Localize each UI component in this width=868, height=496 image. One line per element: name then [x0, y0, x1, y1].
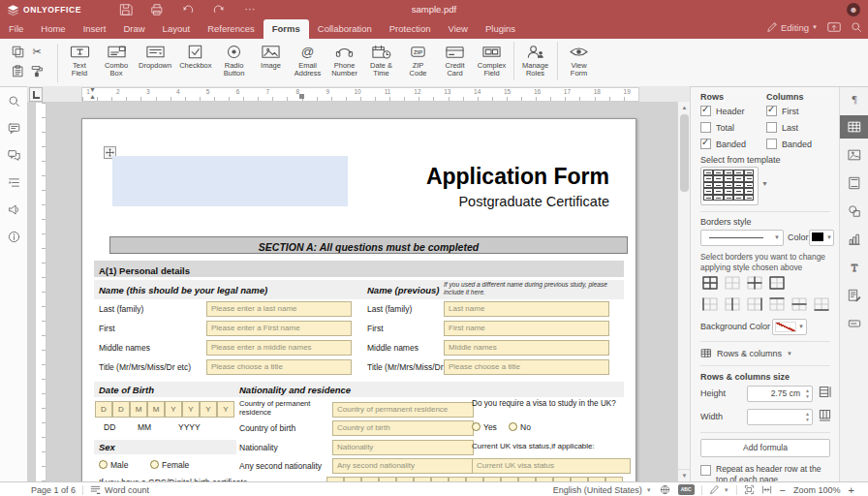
chart-settings-icon[interactable] [840, 228, 868, 251]
border-none-icon[interactable] [723, 275, 742, 291]
form-text-field[interactable]: Last name [444, 301, 609, 317]
dob-digit-box[interactable]: Y [217, 401, 234, 418]
tab-layout[interactable]: Layout [154, 19, 200, 39]
checkbox-header[interactable]: Header [700, 106, 745, 116]
button-dropdown[interactable]: Dropdown [135, 42, 175, 70]
zoom-in-button[interactable]: + [849, 484, 854, 496]
tab-file[interactable]: File [0, 19, 32, 39]
radio-icon[interactable] [150, 460, 159, 469]
more-actions-icon[interactable]: ⋯ [242, 3, 258, 16]
paste-icon[interactable] [10, 64, 25, 79]
feedback-icon[interactable] [0, 196, 27, 223]
checkbox-icon[interactable] [700, 139, 711, 149]
fit-page-icon[interactable] [744, 484, 755, 495]
button-email-address[interactable]: @Email Address [290, 42, 326, 78]
sex-female-option[interactable]: Female [150, 460, 189, 470]
button-date-time[interactable]: Date & Time [363, 42, 400, 78]
radio-icon[interactable] [99, 460, 108, 469]
country-birth-field[interactable]: Country of birth [332, 420, 474, 436]
button-radio-button[interactable]: Radio Button [216, 42, 253, 78]
paragraph-settings-icon[interactable]: ¶ [840, 87, 868, 110]
nationality-field[interactable]: Nationality [332, 440, 474, 455]
spin-down-icon[interactable]: ▼ [805, 394, 810, 399]
vertical-scrollbar[interactable]: ▲ ▼ [677, 102, 690, 481]
distribute-columns-icon[interactable] [819, 409, 831, 421]
checkbox-icon[interactable] [700, 106, 711, 116]
button-manage-roles[interactable]: Manage Roles [517, 42, 554, 78]
dob-digit-box[interactable]: M [147, 401, 165, 418]
border-right-icon[interactable] [745, 296, 764, 312]
word-count-control[interactable]: Word count [90, 484, 149, 495]
width-input[interactable]: ▲ ▼ [747, 409, 813, 425]
dob-digit-box[interactable]: D [95, 401, 112, 418]
visa-yes-option[interactable]: Yes [472, 422, 497, 432]
dob-digit-box[interactable]: Y [182, 401, 200, 418]
radio-icon[interactable] [472, 422, 480, 431]
form-text-field[interactable]: Please enter a First name [206, 321, 352, 336]
textart-settings-icon[interactable]: T [840, 256, 868, 279]
tab-insert[interactable]: Insert [75, 19, 115, 39]
checkbox-icon[interactable] [700, 465, 711, 476]
height-input[interactable]: 2.75 cm ▲ ▼ [747, 386, 813, 402]
document-language-icon[interactable] [660, 484, 670, 495]
border-center-horizontal-icon[interactable] [790, 296, 809, 312]
comments-icon[interactable] [0, 114, 27, 141]
copy-icon[interactable] [10, 45, 25, 60]
table-settings-icon[interactable] [840, 115, 868, 139]
border-style-dropdown[interactable]: ▼ [700, 230, 784, 246]
tab-home[interactable]: Home [32, 19, 74, 39]
cut-icon[interactable]: ✂ [29, 45, 45, 60]
border-top-icon[interactable] [767, 296, 787, 312]
search-icon[interactable] [0, 87, 27, 114]
sex-male-option[interactable]: Male [99, 460, 128, 470]
tab-plugins[interactable]: Plugins [477, 19, 524, 39]
border-left-icon[interactable] [700, 296, 720, 312]
zoom-out-button[interactable]: − [780, 484, 786, 496]
form-text-field[interactable]: Please enter a middle names [206, 340, 352, 356]
checkbox-banded[interactable]: Banded [766, 139, 812, 149]
button-image[interactable]: Image [253, 42, 290, 70]
button-checkbox[interactable]: Checkbox [175, 42, 215, 70]
form-text-field[interactable]: Please choose a title [206, 359, 352, 375]
button-credit-card[interactable]: Credit Card [437, 42, 474, 78]
user-avatar[interactable]: ☻ [847, 3, 860, 16]
scroll-up-icon[interactable]: ▲ [678, 102, 690, 113]
checkbox-banded[interactable]: Banded [700, 139, 746, 149]
document-page[interactable]: Application Form Postgraduate Certificat… [81, 118, 636, 481]
repeat-header-checkbox[interactable]: Repeat as header row at the top of each … [700, 464, 830, 481]
dob-digit-box[interactable]: D [112, 401, 130, 418]
search-icon[interactable] [851, 21, 862, 33]
button-zip-code[interactable]: ZIPZIP Code [400, 42, 437, 78]
radio-icon[interactable] [509, 422, 517, 431]
page-indicator[interactable]: Page 1 of 6 [31, 485, 76, 495]
print-icon[interactable] [149, 3, 165, 16]
spin-down-icon[interactable]: ▼ [805, 418, 810, 422]
dob-digit-box[interactable]: Y [200, 401, 217, 418]
open-file-location-icon[interactable] [827, 21, 841, 33]
image-settings-icon[interactable] [840, 143, 868, 167]
headerfooter-settings-icon[interactable] [840, 171, 868, 195]
border-all-icon[interactable] [700, 275, 720, 291]
visa-no-option[interactable]: No [509, 422, 531, 432]
second-nationality-field[interactable]: Any second nationality [332, 458, 474, 474]
background-color-swatch[interactable]: ▼ [772, 319, 807, 335]
checkbox-icon[interactable] [766, 139, 777, 149]
distribute-rows-icon[interactable] [819, 386, 831, 398]
checkbox-icon[interactable] [766, 122, 777, 133]
vertical-ruler[interactable] [35, 102, 46, 481]
tab-selector[interactable] [29, 87, 43, 102]
form-text-field[interactable]: Please choose a title [444, 359, 609, 375]
editing-mode-dropdown[interactable]: Editing▼ [766, 21, 818, 33]
form-text-field[interactable]: First name [444, 321, 609, 336]
save-icon[interactable] [118, 3, 134, 16]
tab-references[interactable]: References [199, 19, 264, 39]
form-text-field[interactable]: Middle names [444, 340, 609, 356]
checkbox-first[interactable]: First [766, 106, 799, 116]
template-dropdown-icon[interactable]: ▼ [761, 180, 768, 187]
checkbox-icon[interactable] [700, 122, 711, 133]
template-preview[interactable] [700, 167, 759, 205]
spellcheck-icon[interactable]: ABC [678, 484, 695, 495]
button-complex-field[interactable]: Complex Field [474, 42, 511, 78]
tab-protection[interactable]: Protection [381, 19, 440, 39]
border-center-vertical-icon[interactable] [723, 296, 742, 312]
